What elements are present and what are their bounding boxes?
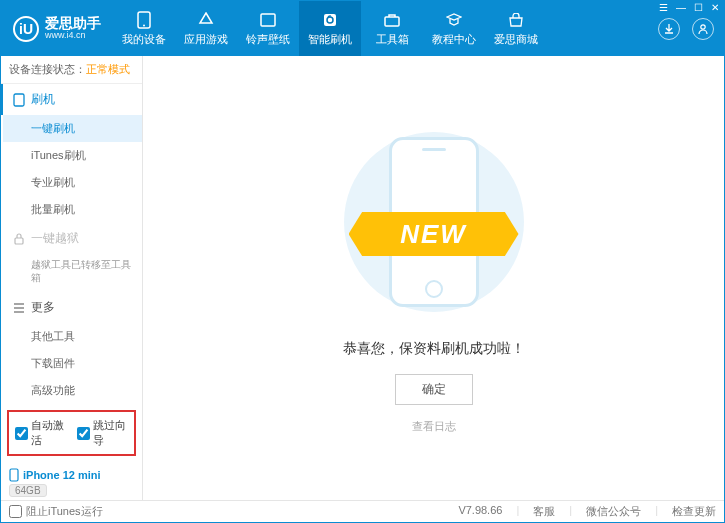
device-info: iPhone 12 mini 64GB Down-12mini-13,1 xyxy=(1,462,142,500)
success-message: 恭喜您，保资料刷机成功啦！ xyxy=(343,340,525,358)
logo[interactable]: iU 爱思助手 www.i4.cn xyxy=(1,16,113,42)
service-link[interactable]: 客服 xyxy=(533,504,555,519)
jailbreak-note: 越狱工具已转移至工具箱 xyxy=(3,254,142,292)
main-content: NEW 恭喜您，保资料刷机成功啦！ 确定 查看日志 xyxy=(143,56,724,500)
footer: 阻止iTunes运行 V7.98.66 | 客服 | 微信公众号 | 检查更新 xyxy=(1,500,724,522)
block-itunes-checkbox[interactable]: 阻止iTunes运行 xyxy=(9,504,103,519)
new-ribbon: NEW xyxy=(349,212,519,256)
sidebar-item-advanced[interactable]: 高级功能 xyxy=(3,377,142,404)
sidebar-head-jailbreak[interactable]: 一键越狱 xyxy=(3,223,142,254)
nav-toolbox[interactable]: 工具箱 xyxy=(361,1,423,56)
nav-smart-flash[interactable]: 智能刷机 xyxy=(299,1,361,56)
sidebar-item-oneclick-flash[interactable]: 一键刷机 xyxy=(3,115,142,142)
header-actions xyxy=(658,18,724,40)
nav-store[interactable]: 爱思商城 xyxy=(485,1,547,56)
nav-apps[interactable]: 应用游戏 xyxy=(175,1,237,56)
phone-icon xyxy=(9,468,19,482)
svg-rect-8 xyxy=(10,469,18,481)
wechat-link[interactable]: 微信公众号 xyxy=(586,504,641,519)
nav-tutorials[interactable]: 教程中心 xyxy=(423,1,485,56)
success-illustration: NEW xyxy=(334,122,534,322)
top-nav: 我的设备 应用游戏 铃声壁纸 智能刷机 工具箱 教程中心 爱思商城 xyxy=(113,1,658,56)
svg-rect-7 xyxy=(15,238,23,244)
list-icon xyxy=(13,303,25,313)
window-controls: ☰ — ☐ ✕ xyxy=(659,2,719,13)
menu-icon[interactable]: ☰ xyxy=(659,2,668,13)
user-button[interactable] xyxy=(692,18,714,40)
header: iU 爱思助手 www.i4.cn 我的设备 应用游戏 铃声壁纸 智能刷机 工具… xyxy=(1,1,724,56)
update-link[interactable]: 检查更新 xyxy=(672,504,716,519)
svg-rect-2 xyxy=(261,14,275,26)
svg-point-1 xyxy=(143,24,145,26)
nav-ringtones[interactable]: 铃声壁纸 xyxy=(237,1,299,56)
skip-guide-checkbox[interactable]: 跳过向导 xyxy=(77,418,129,448)
version-label: V7.98.66 xyxy=(458,504,502,519)
maximize-icon[interactable]: ☐ xyxy=(694,2,703,13)
phone-icon xyxy=(13,93,25,107)
auto-activate-checkbox[interactable]: 自动激活 xyxy=(15,418,67,448)
close-icon[interactable]: ✕ xyxy=(711,2,719,13)
logo-icon: iU xyxy=(13,16,39,42)
apps-icon xyxy=(197,11,215,29)
view-log-link[interactable]: 查看日志 xyxy=(412,419,456,434)
svg-rect-6 xyxy=(14,94,24,106)
phone-icon xyxy=(135,11,153,29)
download-button[interactable] xyxy=(658,18,680,40)
sidebar: 设备连接状态：正常模式 刷机 一键刷机 iTunes刷机 专业刷机 批量刷机 一… xyxy=(1,56,143,500)
connection-status: 设备连接状态：正常模式 xyxy=(1,56,142,84)
app-url: www.i4.cn xyxy=(45,31,101,41)
sidebar-head-flash[interactable]: 刷机 xyxy=(1,84,142,115)
toolbox-icon xyxy=(383,11,401,29)
store-icon xyxy=(507,11,525,29)
ok-button[interactable]: 确定 xyxy=(395,374,473,405)
wallpaper-icon xyxy=(259,11,277,29)
sidebar-item-pro-flash[interactable]: 专业刷机 xyxy=(3,169,142,196)
app-title: 爱思助手 xyxy=(45,16,101,31)
flash-icon xyxy=(321,11,339,29)
sidebar-item-download-firmware[interactable]: 下载固件 xyxy=(3,350,142,377)
tutorial-icon xyxy=(445,11,463,29)
svg-rect-4 xyxy=(385,17,399,26)
nav-my-device[interactable]: 我的设备 xyxy=(113,1,175,56)
lock-icon xyxy=(13,233,25,245)
sidebar-item-batch-flash[interactable]: 批量刷机 xyxy=(3,196,142,223)
options-box: 自动激活 跳过向导 xyxy=(7,410,136,456)
minimize-icon[interactable]: — xyxy=(676,2,686,13)
device-name[interactable]: iPhone 12 mini xyxy=(9,468,134,482)
device-model: Down-12mini-13,1 xyxy=(9,499,134,500)
svg-point-5 xyxy=(701,24,705,28)
sidebar-item-itunes-flash[interactable]: iTunes刷机 xyxy=(3,142,142,169)
device-storage: 64GB xyxy=(9,484,47,497)
sidebar-head-more[interactable]: 更多 xyxy=(3,292,142,323)
sidebar-item-other-tools[interactable]: 其他工具 xyxy=(3,323,142,350)
